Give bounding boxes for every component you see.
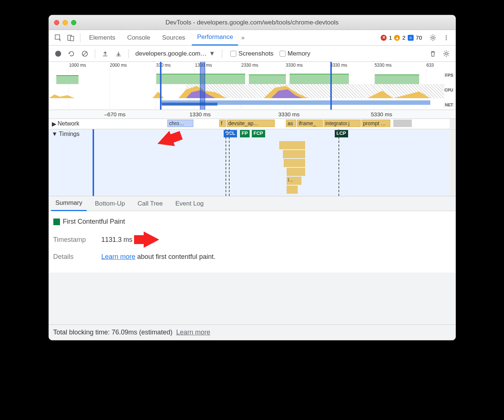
timings-label: Timings: [59, 131, 79, 137]
kebab-menu-icon[interactable]: [441, 32, 452, 43]
timings-track-header[interactable]: ▼ Timings: [49, 129, 93, 196]
record-button[interactable]: [53, 48, 64, 59]
long-task-bar[interactable]: [279, 141, 305, 149]
divider: [222, 49, 222, 58]
scrollbar[interactable]: [450, 119, 455, 129]
summary-timestamp-row: Timestamp 1131.3 ms: [53, 231, 451, 248]
messages-icon[interactable]: ≡: [408, 35, 414, 41]
divider: [95, 49, 95, 58]
chevron-down-icon: ▼: [209, 50, 215, 57]
garbage-collect-icon[interactable]: [427, 48, 438, 59]
tab-elements[interactable]: Elements: [84, 30, 121, 46]
recording-select-label: developers.google.com…: [136, 50, 207, 57]
inspect-element-icon[interactable]: [53, 32, 64, 43]
tab-sources[interactable]: Sources: [157, 30, 190, 46]
message-count[interactable]: 70: [416, 34, 422, 41]
memory-label: Memory: [288, 50, 310, 57]
flame-ruler[interactable]: –670 ms1330 ms3330 ms5330 ms: [49, 110, 455, 119]
settings-icon[interactable]: [427, 32, 438, 43]
overview-tick: 633: [427, 63, 434, 68]
error-count[interactable]: 1: [389, 34, 392, 41]
overview-tick: 1000 ms: [69, 63, 86, 68]
ruler-tick: –670 ms: [104, 111, 126, 117]
overview-tick: 2330 ms: [241, 63, 258, 68]
summary-details-row: Details Learn more about first contentfu…: [53, 253, 451, 261]
timestamp-label: Timestamp: [53, 236, 94, 244]
long-task-bar[interactable]: [287, 168, 305, 176]
ruler-tick: 3330 ms: [278, 111, 300, 117]
titlebar: DevTools - developers.google.com/web/too…: [49, 15, 455, 30]
ruler-tick: 1330 ms: [190, 111, 211, 117]
overview-pane[interactable]: 1000 ms2000 ms330 ms1330 ms2330 ms3330 m…: [49, 62, 455, 110]
network-track-body[interactable]: chro…fdevsite_ap…asiframe_integrator.jpr…: [93, 119, 455, 129]
memory-checkbox[interactable]: Memory: [280, 50, 310, 57]
overview-tick: 3330 ms: [286, 63, 303, 68]
long-task-bar[interactable]: [287, 186, 298, 194]
summary-wrap: First Contentful Paint Timestamp 1131.3 …: [49, 211, 455, 324]
timings-track-body[interactable]: DCL FP FCP LCP l…: [93, 129, 455, 196]
network-request[interactable]: chro…: [167, 120, 193, 127]
overflow-tabs-icon[interactable]: »: [241, 34, 244, 41]
footer-learn-more-link[interactable]: Learn more: [176, 329, 210, 336]
reload-record-button[interactable]: [66, 48, 77, 59]
warning-icon[interactable]: ▲: [394, 35, 400, 41]
device-toolbar-icon[interactable]: [65, 32, 76, 43]
upload-profile-icon[interactable]: [100, 48, 111, 59]
network-request[interactable]: f: [219, 120, 226, 127]
network-track: ▶ Network chro…fdevsite_ap…asiframe_inte…: [49, 119, 455, 129]
summary-panel: First Contentful Paint Timestamp 1131.3 …: [49, 211, 455, 273]
checkbox-icon: [230, 51, 236, 57]
expand-icon: ▶: [52, 120, 56, 127]
long-task-bar[interactable]: l…: [287, 177, 301, 185]
recording-select[interactable]: developers.google.com… ▼: [133, 50, 218, 57]
tbt-prefix: Total blocking time:: [53, 329, 112, 336]
net-lane: [49, 99, 444, 106]
network-request[interactable]: devsite_ap…: [227, 120, 275, 127]
network-track-header[interactable]: ▶ Network: [49, 119, 93, 129]
download-profile-icon[interactable]: [113, 48, 124, 59]
minimize-window-icon[interactable]: [63, 20, 68, 25]
overview-tick: 5330 ms: [375, 63, 392, 68]
error-icon[interactable]: ✕: [381, 35, 387, 41]
capture-settings-icon[interactable]: [441, 48, 452, 59]
clear-button[interactable]: [79, 48, 90, 59]
details-label: Details: [53, 253, 94, 261]
network-request[interactable]: integrator.j: [324, 120, 361, 127]
tab-console[interactable]: Console: [122, 30, 155, 46]
tab-summary[interactable]: Summary: [51, 196, 87, 211]
marker-lcp[interactable]: LCP: [335, 130, 348, 137]
performance-toolbar: developers.google.com… ▼ Screenshots Mem…: [49, 46, 455, 62]
network-label: Network: [58, 120, 80, 127]
close-window-icon[interactable]: [54, 20, 59, 25]
marker-fcp[interactable]: FCP: [252, 130, 265, 137]
annotation-arrow-icon: [144, 231, 159, 248]
zoom-window-icon[interactable]: [71, 20, 76, 25]
divider: [128, 49, 129, 58]
warning-count[interactable]: 2: [402, 34, 405, 41]
network-request[interactable]: as: [286, 120, 296, 127]
overview-handle-right[interactable]: [330, 62, 332, 110]
scrollbar[interactable]: [450, 129, 455, 196]
long-task-bar[interactable]: [283, 150, 305, 158]
svg-rect-2: [70, 36, 74, 41]
divider: [80, 33, 80, 42]
learn-more-link[interactable]: Learn more: [101, 253, 136, 260]
checkbox-icon: [280, 51, 286, 57]
tab-event-log[interactable]: Event Log: [171, 196, 208, 211]
tab-call-tree[interactable]: Call Tree: [133, 196, 167, 211]
overview-selection[interactable]: [200, 62, 205, 110]
marker-fp[interactable]: FP: [240, 130, 250, 137]
window-title: DevTools - developers.google.com/web/too…: [166, 19, 339, 26]
screenshots-checkbox[interactable]: Screenshots: [230, 50, 274, 57]
net-label: NET: [444, 103, 455, 107]
network-request[interactable]: prompt …: [361, 120, 390, 127]
long-task-bar[interactable]: [284, 159, 305, 167]
timestamp-value: 1131.3 ms: [101, 236, 133, 244]
network-request[interactable]: iframe_: [297, 120, 323, 127]
overview-handle-left[interactable]: [160, 62, 161, 110]
tab-performance[interactable]: Performance: [192, 30, 238, 46]
tab-bottom-up[interactable]: Bottom-Up: [90, 196, 129, 211]
window-controls: [54, 20, 76, 25]
ruler-tick: 5330 ms: [371, 111, 393, 117]
network-request[interactable]: [393, 120, 412, 127]
